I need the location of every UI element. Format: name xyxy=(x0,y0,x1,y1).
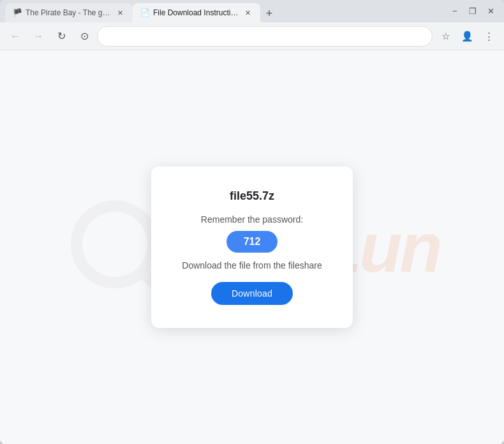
menu-button[interactable]: ⋮ xyxy=(478,26,499,47)
tune-button[interactable]: ⊙ xyxy=(74,26,94,47)
title-bar: 🏴 The Pirate Bay - The galaxy's m... ✕ 📄… xyxy=(0,0,504,22)
forward-button[interactable]: → xyxy=(28,26,48,47)
tabs-bar: 🏴 The Pirate Bay - The galaxy's m... ✕ 📄… xyxy=(5,0,447,22)
refresh-button[interactable]: ↻ xyxy=(51,26,71,47)
close-button[interactable]: ✕ xyxy=(482,3,499,20)
tab1-favicon: 🏴 xyxy=(13,8,22,17)
window-controls: − ❐ ✕ xyxy=(447,3,499,20)
file-name: file55.7z xyxy=(230,189,274,203)
tab2-close-icon[interactable]: ✕ xyxy=(242,8,253,18)
address-bar[interactable] xyxy=(97,26,433,47)
profile-button[interactable]: 👤 xyxy=(457,26,477,47)
file-description: Download the file from the fileshare xyxy=(182,260,322,270)
new-tab-button[interactable]: + xyxy=(260,4,278,22)
modal-card: file55.7z Remember the password: 712 Dow… xyxy=(151,166,352,328)
page-content: fishLun file55.7z Remember the password:… xyxy=(0,50,504,444)
tab2-title: File Download Instructions for... xyxy=(153,8,239,17)
tab-file-download[interactable]: 📄 File Download Instructions for... ✕ xyxy=(133,3,260,22)
bookmark-button[interactable]: ☆ xyxy=(435,26,456,47)
nav-icons-right: ☆ 👤 ⋮ xyxy=(435,26,499,47)
chrome-window: 🏴 The Pirate Bay - The galaxy's m... ✕ 📄… xyxy=(0,0,504,444)
nav-bar: ← → ↻ ⊙ ☆ 👤 ⋮ xyxy=(0,22,504,50)
tab-pirate-bay[interactable]: 🏴 The Pirate Bay - The galaxy's m... ✕ xyxy=(5,3,133,22)
password-badge: 712 xyxy=(226,231,278,253)
password-label: Remember the password: xyxy=(201,214,303,225)
svg-point-0 xyxy=(77,206,153,283)
maximize-button[interactable]: ❐ xyxy=(464,3,481,20)
back-button[interactable]: ← xyxy=(5,26,26,47)
tab1-title: The Pirate Bay - The galaxy's m... xyxy=(26,8,111,17)
minimize-button[interactable]: − xyxy=(447,3,463,20)
tab1-close-icon[interactable]: ✕ xyxy=(115,8,125,18)
download-button[interactable]: Download xyxy=(211,282,293,305)
tab2-favicon: 📄 xyxy=(140,8,149,17)
